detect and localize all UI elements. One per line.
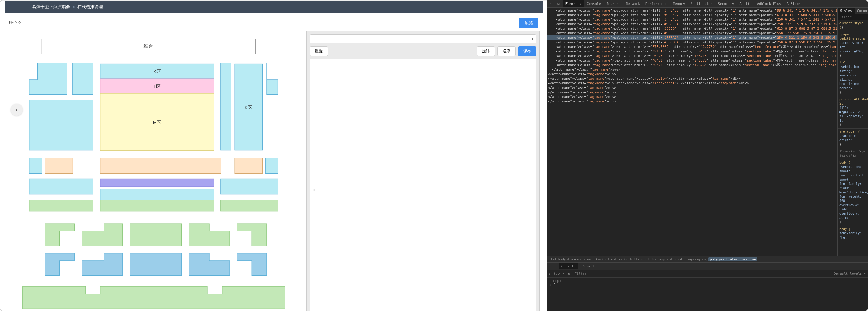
dom-node[interactable]: </attr-name">class="tag-name">svg> <box>547 67 837 72</box>
breadcrumb-item-1[interactable]: 易烊千玺上海演唱会 <box>32 4 70 10</box>
console-search-tab[interactable]: Search <box>580 263 597 270</box>
breadcrumb-node[interactable]: body <box>558 257 566 261</box>
devtools-tab-memory[interactable]: Memory <box>670 0 688 7</box>
dom-node[interactable]: </attr-name">class="tag-name">div> <box>547 86 837 90</box>
dom-node[interactable]: <attr-name">class="tag-name">polygon att… <box>547 31 837 35</box>
feature[interactable] <box>29 63 67 95</box>
console-menu-icon[interactable]: ⋮ <box>549 264 557 268</box>
dom-node[interactable]: <attr-name">class="tag-name">text attr-n… <box>547 58 837 63</box>
devtools-tab-elements[interactable]: Elements <box>563 0 584 7</box>
feature[interactable] <box>100 200 214 211</box>
feature[interactable] <box>29 179 93 194</box>
dom-node[interactable]: </attr-name">class="tag-name">div> <box>547 90 837 95</box>
feature[interactable] <box>45 158 73 174</box>
dom-node[interactable]: <attr-name">class="tag-name">polygon att… <box>547 35 837 40</box>
feature[interactable] <box>29 100 93 150</box>
feature[interactable] <box>29 200 93 211</box>
feature[interactable] <box>130 253 182 276</box>
editing-svg[interactable]: 舞台 K区 L区 M区 K区 <box>8 31 300 311</box>
devtools-toolbar: ⟀ ⧉ ElementsConsoleSourcesNetworkPerform… <box>547 0 868 7</box>
dom-node[interactable]: <attr-name">class="tag-name">polygon att… <box>547 13 837 17</box>
dom-node[interactable]: <attr-name">class="tag-name">polygon att… <box>547 22 837 26</box>
breadcrumb-node[interactable]: div <box>614 257 620 261</box>
dom-node[interactable]: <attr-name">class="tag-name">text attr-n… <box>547 49 837 54</box>
feature[interactable] <box>221 63 231 150</box>
elements-breadcrumb[interactable]: htmlbodydiv#venue-map#maindivdivdiv.left… <box>547 256 868 262</box>
elements-tree[interactable]: <attr-name">class="tag-name">polygon att… <box>547 7 837 256</box>
breadcrumb-node[interactable]: div <box>607 257 613 261</box>
feature[interactable] <box>189 224 229 246</box>
dom-node[interactable]: ▸<attr-name">class="tag-name">div attr-n… <box>547 81 837 86</box>
feature[interactable] <box>189 253 229 276</box>
feature[interactable] <box>45 253 74 276</box>
devtools-tab-network[interactable]: Network <box>623 0 643 7</box>
dom-node[interactable]: </attr-name">class="tag-name">div> <box>547 95 837 99</box>
feature[interactable] <box>45 224 74 246</box>
feature[interactable] <box>221 179 278 194</box>
reset-button[interactable]: 重置 <box>310 46 328 56</box>
breadcrumb-node[interactable]: div <box>567 257 573 261</box>
seat-canvas[interactable]: ⊞ <box>310 59 536 311</box>
console-context[interactable]: top <box>554 272 560 276</box>
rotate-button[interactable]: 旋转 <box>477 46 495 56</box>
dom-node[interactable]: <attr-name">class="tag-name">text attr-n… <box>547 44 837 49</box>
feature[interactable] <box>237 224 266 246</box>
breadcrumb-node[interactable]: div.paper <box>651 257 669 261</box>
feature[interactable] <box>267 63 278 95</box>
styles-tab-styles[interactable]: Styles <box>838 7 855 14</box>
devtools-tab-security[interactable]: Security <box>715 0 737 7</box>
devtools-tab-sources[interactable]: Sources <box>603 0 623 7</box>
devtools-tab-console[interactable]: Console <box>584 0 603 7</box>
console-clear-icon[interactable]: ⊘ <box>549 272 551 276</box>
styles-tab-computed[interactable]: Computed <box>855 7 868 14</box>
devtools-tab-audits[interactable]: Audits <box>737 0 754 7</box>
breadcrumb-node[interactable]: div.left-panel <box>621 257 650 261</box>
dom-node[interactable]: ▸<attr-name">class="tag-name">div attr-n… <box>547 76 837 81</box>
dom-node[interactable]: <attr-name">class="tag-name">polygon att… <box>547 26 837 31</box>
feature-selected[interactable] <box>100 158 221 174</box>
devtools-tab-application[interactable]: Application <box>687 0 715 7</box>
feature[interactable] <box>23 286 285 309</box>
devtools-tab-adblock-plus[interactable]: Adblock Plus <box>754 0 784 7</box>
console-tab[interactable]: Console <box>559 263 578 270</box>
console-filter[interactable] <box>573 271 831 276</box>
console-levels[interactable]: Default levels ▾ <box>834 272 866 276</box>
devtools-tab-adblock[interactable]: AdBlock <box>784 0 803 7</box>
save-button[interactable]: 保存 <box>518 46 536 56</box>
reverse-button[interactable]: 逆序 <box>497 46 516 56</box>
feature[interactable] <box>130 224 182 246</box>
devtools-tab-performance[interactable]: Performance <box>643 0 670 7</box>
breadcrumb-node[interactable]: #venue-map <box>575 257 594 261</box>
dom-node[interactable]: </attr-name">class="tag-name">div> <box>547 99 837 104</box>
dom-node[interactable]: <attr-name">class="tag-name">text attr-n… <box>547 54 837 58</box>
breadcrumb-node[interactable]: svg <box>701 257 707 261</box>
eye-icon[interactable]: ◉ <box>568 272 570 276</box>
dom-node[interactable]: </attr-name">class="tag-name">div> <box>547 72 837 76</box>
dom-node[interactable]: <attr-name">class="tag-name">text attr-n… <box>547 63 837 67</box>
section-select[interactable]: ▴▾ <box>310 34 536 43</box>
breadcrumb-node[interactable]: polygon.feature.section <box>709 257 757 261</box>
preview-button[interactable]: 预览 <box>519 18 538 28</box>
feature[interactable] <box>221 200 278 211</box>
feature[interactable] <box>29 158 42 174</box>
venue-map[interactable]: 舞台 K区 L区 M区 K区 <box>8 31 300 311</box>
feature[interactable] <box>237 253 266 276</box>
device-icon[interactable]: ⧉ <box>555 2 563 6</box>
nav-prev-button[interactable]: ‹ <box>11 104 23 116</box>
dom-node[interactable]: <attr-name">class="tag-name">polygon att… <box>547 17 837 22</box>
styles-filter[interactable] <box>838 14 868 20</box>
breadcrumb-node[interactable]: html <box>549 257 557 261</box>
breadcrumb-item-2[interactable]: 在线选排管理 <box>78 4 103 10</box>
breadcrumb-node[interactable]: #main <box>596 257 606 261</box>
feature[interactable] <box>266 158 278 174</box>
feature[interactable] <box>72 63 93 95</box>
feature[interactable] <box>82 224 123 246</box>
dom-node[interactable]: <attr-name">class="tag-name">polygon att… <box>547 8 837 13</box>
feature[interactable] <box>82 253 123 276</box>
inspect-icon[interactable]: ⟀ <box>547 2 555 6</box>
feature[interactable] <box>100 189 214 200</box>
feature[interactable] <box>100 179 214 187</box>
breadcrumb-node[interactable]: div.editing-svg <box>670 257 700 261</box>
feature[interactable] <box>235 158 262 174</box>
dom-node[interactable]: <attr-name">class="tag-name">polygon att… <box>547 40 837 44</box>
